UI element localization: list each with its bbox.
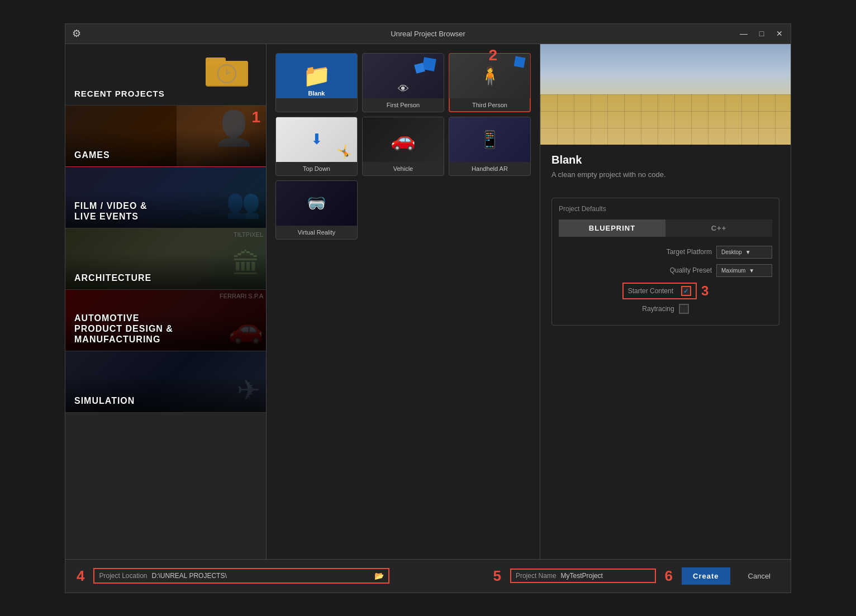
blueprint-button[interactable]: BLUEPRINT — [559, 219, 665, 237]
sidebar-item-games[interactable]: 👤 GAMES 1 — [65, 106, 266, 167]
minimize-button[interactable]: — — [737, 27, 750, 40]
tp-label: Third Person — [449, 98, 530, 112]
annotation-4: 4 — [77, 567, 84, 585]
arch-label: ARCHITECTURE — [74, 273, 151, 283]
recent-projects-label: RECENT PROJECTS — [74, 89, 165, 98]
category-list: 👤 GAMES 1 👥 FILM / VIDEO &LIVE EVENTS — [65, 106, 266, 559]
template-info: Blank A clean empty project with no code… — [540, 145, 791, 189]
project-location-label: Project Location — [99, 572, 147, 580]
main-content: RECENT PROJECTS — [65, 44, 791, 559]
annotation-6: 6 — [665, 567, 673, 585]
raytracing-label: Raytracing — [642, 305, 674, 313]
project-location-input[interactable] — [152, 572, 370, 580]
maximize-button[interactable]: □ — [755, 27, 768, 40]
window-title: Unreal Project Browser — [391, 30, 465, 38]
annotation-2: 2 — [488, 46, 497, 64]
starter-content-row: Starter Content ✓ 3 — [559, 283, 772, 299]
fp-preview: 👁 — [363, 54, 444, 98]
blank-preview: 📁 Blank — [276, 54, 357, 98]
template-name: Blank — [551, 154, 779, 166]
project-defaults-title: Project Defaults — [559, 205, 772, 213]
vehicle-preview: 🚗 — [363, 117, 444, 162]
project-location-section: Project Location 📂 — [93, 568, 389, 584]
starter-content-checkbox[interactable]: ✓ — [681, 286, 691, 296]
window-controls: — □ ✕ — [737, 27, 786, 40]
project-name-input[interactable] — [561, 572, 650, 580]
quality-preset-dropdown[interactable]: Maximum ▼ — [716, 264, 772, 277]
sidebar-item-automotive[interactable]: FERRARI S.P.A 🚗 AUTOMOTIVEPRODUCT DESIGN… — [65, 290, 266, 351]
td-label: Top Down — [276, 162, 357, 175]
titlebar: ⚙ Unreal Project Browser — □ ✕ — [65, 24, 791, 44]
project-name-label: Project Name — [516, 572, 557, 580]
film-label: FILM / VIDEO &LIVE EVENTS — [74, 200, 147, 222]
middle-panel: 📁 Blank 👁 First Person — [267, 44, 540, 559]
project-defaults: Project Defaults BLUEPRINT C++ Target Pl… — [551, 198, 779, 326]
quality-preset-row: Quality Preset Maximum ▼ — [559, 264, 772, 277]
cpp-button[interactable]: C++ — [665, 219, 772, 237]
template-top-down[interactable]: ⬇ 🤸 Top Down — [275, 117, 358, 176]
td-preview: ⬇ 🤸 — [276, 117, 357, 162]
main-window: ⚙ Unreal Project Browser — □ ✕ RECENT PR… — [65, 23, 791, 593]
template-vehicle[interactable]: 🚗 Vehicle — [362, 117, 444, 176]
preview-image — [540, 44, 791, 145]
quality-preset-value: Maximum — [721, 268, 745, 274]
code-toggle: BLUEPRINT C++ — [559, 219, 772, 237]
template-virtual-reality[interactable]: 🥽 Virtual Reality — [275, 180, 358, 240]
sim-label: SIMULATION — [74, 395, 135, 406]
vehicle-label: Vehicle — [363, 162, 444, 175]
vr-preview: 🥽 — [276, 181, 357, 226]
har-preview: 📱 — [449, 117, 530, 162]
starter-content-container: Starter Content ✓ — [622, 283, 697, 299]
sidebar-item-simulation[interactable]: ✈ SIMULATION — [65, 351, 266, 413]
sidebar-item-film[interactable]: 👥 FILM / VIDEO &LIVE EVENTS — [65, 167, 266, 228]
right-panel: Blank A clean empty project with no code… — [540, 44, 791, 559]
annotation-1: 1 — [251, 108, 260, 126]
har-label: Handheld AR — [449, 162, 530, 175]
target-platform-row: Target Platform Desktop ▼ — [559, 246, 772, 259]
auto-label: AUTOMOTIVEPRODUCT DESIGN &MANUFACTURING — [74, 313, 173, 345]
vr-label: Virtual Reality — [276, 226, 357, 239]
fp-label: First Person — [363, 98, 444, 112]
template-blank[interactable]: 📁 Blank — [275, 53, 358, 112]
unreal-logo: ⚙ — [72, 27, 81, 40]
raytracing-row: Raytracing — [559, 304, 772, 314]
template-first-person[interactable]: 👁 First Person — [362, 53, 444, 112]
blank-label-bar: Blank — [276, 88, 357, 98]
sidebar-item-architecture[interactable]: TILTPIXEL 🏛 ARCHITECTURE — [65, 228, 266, 290]
chevron-down-icon-2: ▼ — [749, 268, 754, 274]
left-panel: RECENT PROJECTS — [65, 44, 267, 559]
template-desc: A clean empty project with no code. — [551, 170, 779, 180]
close-button[interactable]: ✕ — [773, 27, 786, 40]
annotation-3: 3 — [701, 283, 708, 299]
chevron-down-icon: ▼ — [745, 249, 751, 255]
project-name-section: Project Name — [510, 569, 656, 583]
folder-icon — [205, 50, 249, 91]
cancel-button[interactable]: Cancel — [739, 567, 779, 585]
browse-folder-button[interactable]: 📂 — [374, 571, 384, 580]
template-handheld-ar[interactable]: 📱 Handheld AR — [449, 117, 531, 176]
raytracing-checkbox[interactable] — [679, 304, 689, 314]
target-platform-value: Desktop — [721, 249, 742, 255]
quality-preset-label: Quality Preset — [670, 266, 712, 274]
target-platform-label: Target Platform — [667, 248, 712, 256]
templates-grid: 📁 Blank 👁 First Person — [275, 53, 531, 240]
starter-content-label: Starter Content — [628, 287, 673, 295]
bottom-bar: 4 Project Location 📂 5 Project Name 6 Cr… — [65, 559, 791, 593]
create-button[interactable]: Create — [682, 567, 730, 585]
target-platform-dropdown[interactable]: Desktop ▼ — [716, 246, 772, 259]
games-label: GAMES — [74, 150, 110, 160]
annotation-5: 5 — [493, 567, 501, 585]
recent-projects-header: RECENT PROJECTS — [65, 44, 266, 106]
